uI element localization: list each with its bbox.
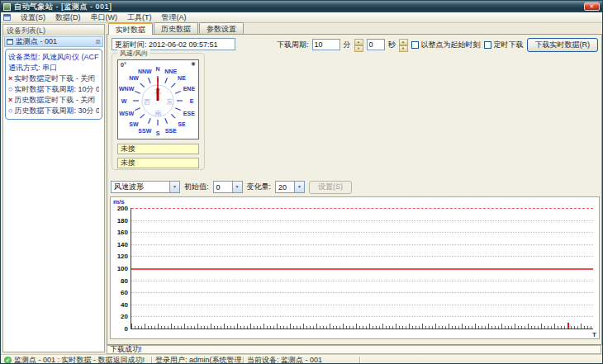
seconds-spinner[interactable]: ▲ ▼ xyxy=(399,39,408,50)
wind-direction-value-field: 未接 xyxy=(117,158,199,168)
y-axis-tick-label: 180 xyxy=(111,217,128,225)
compass-dial: 北南西东 xyxy=(118,60,198,139)
compass-direction-label: SW xyxy=(129,121,138,126)
tab-bar: 实时数据 历史数据 参数设置 xyxy=(107,22,602,34)
tree-node-station-001[interactable]: 监测点 - 001 ≣ xyxy=(4,36,103,47)
device-info-line: ×实时数据定时下载 - 关闭 xyxy=(8,73,99,84)
chevron-down-icon[interactable]: ▼ xyxy=(294,182,304,192)
close-icon[interactable]: ✕ xyxy=(584,2,600,11)
y-axis-tick-label: 0 xyxy=(111,325,128,333)
main-content: 实时数据 历史数据 参数设置 更新时间: 2012-06-02 09:57:51… xyxy=(107,22,602,345)
minutes-spinner[interactable]: ▲ ▼ xyxy=(354,39,363,50)
checkbox-icon[interactable] xyxy=(411,41,419,49)
compass-direction-label: NE xyxy=(178,75,186,81)
device-info-line: 通讯方式: 串口 xyxy=(8,63,99,73)
device-list-header: 设备列表(L) xyxy=(3,25,104,35)
compass-direction-label: S xyxy=(156,130,160,136)
download-result-strip: 下载成功! xyxy=(107,345,601,354)
chevron-down-icon[interactable]: ▼ xyxy=(169,182,179,192)
gridline xyxy=(131,305,593,305)
gridline xyxy=(131,256,593,257)
period-minutes-input[interactable] xyxy=(312,39,340,50)
menu-data[interactable]: 数据(D) xyxy=(50,12,86,23)
spin-down-icon[interactable]: ▼ xyxy=(399,45,408,52)
device-info-box: 设备类型: 风速风向仪 (ACFX-4)通讯方式: 串口×实时数据定时下载 - … xyxy=(5,49,102,120)
waveform-select[interactable]: 风速波形 ▼ xyxy=(111,181,180,193)
app-window: 自动气象站 - [监测点 - 001] ✕ 设置(S) 数据(D) 串口(W) … xyxy=(0,0,603,364)
y-axis-tick-label: 200 xyxy=(111,205,128,212)
tab-realtime-data[interactable]: 实时数据 xyxy=(108,22,153,35)
compass-direction-label: W xyxy=(121,98,127,104)
spin-up-icon[interactable]: ▲ xyxy=(399,39,408,45)
y-axis-tick-label: 20 xyxy=(111,313,128,320)
svg-text:东: 东 xyxy=(166,98,173,106)
menu-tools[interactable]: 工具(T) xyxy=(122,12,157,23)
y-axis-tick-label: 40 xyxy=(111,301,128,309)
station-icon xyxy=(7,39,13,45)
compass-direction-label: NNW xyxy=(138,68,152,73)
device-info-line: ○实时数据下载周期: 10分 0秒 xyxy=(8,84,99,95)
realtime-data-page: 更新时间: 2012-06-02 09:57:51 下载周期: 分 ▲ ▼ 秒 … xyxy=(107,34,602,345)
menu-settings[interactable]: 设置(S) xyxy=(16,12,50,23)
tree-node-label: 监测点 - 001 xyxy=(16,36,57,47)
compass-direction-label: SSE xyxy=(165,128,177,134)
compass-direction-label: NNE xyxy=(164,68,177,73)
wind-group: 风速/风向 0° ✳ 北南西东 NNNENEENEEESESESSESSSWSW… xyxy=(112,53,205,170)
mdi-child-icon[interactable] xyxy=(3,14,11,21)
tab-parameter-settings[interactable]: 参数设置 xyxy=(199,22,244,34)
download-controls: 下载周期: 分 ▲ ▼ 秒 ▲ ▼ 以整点为起始时刻 xyxy=(277,37,598,52)
compass-face: 0° ✳ 北南西东 NNNENEENEEESESESSESSSWSWWSWWWN… xyxy=(117,59,199,139)
gridline xyxy=(131,244,593,245)
compass-direction-label: SE xyxy=(178,121,185,126)
spin-down-icon[interactable]: ▼ xyxy=(354,45,363,52)
period-seconds-input[interactable] xyxy=(367,39,385,50)
menu-manage[interactable]: 管理(A) xyxy=(157,12,192,23)
device-info-line: ×历史数据定时下载 - 关闭 xyxy=(8,95,99,106)
device-list-panel: 设备列表(L) 监测点 - 001 ≣ 设备类型: 风速风向仪 (ACFX-4)… xyxy=(2,24,105,352)
checkbox-timed-label: 定时下载 xyxy=(494,40,524,50)
initial-value-select[interactable]: 0 ▼ xyxy=(213,181,243,193)
download-realtime-button[interactable]: 下载实时数据(R) xyxy=(527,38,599,52)
compass-direction-label: WNW xyxy=(119,86,134,92)
delta-value-label: 变化量: xyxy=(247,182,272,192)
disabled-marker-icon: × xyxy=(8,74,12,83)
svg-text:西: 西 xyxy=(144,98,150,106)
window-title: 自动气象站 - [监测点 - 001] xyxy=(14,2,112,12)
chevron-down-icon[interactable]: ▼ xyxy=(232,182,242,192)
gridline xyxy=(131,232,593,233)
initial-value-label: 初始值: xyxy=(184,182,209,192)
menu-serial-port[interactable]: 串口(W) xyxy=(86,12,123,23)
tab-history-data[interactable]: 历史数据 xyxy=(154,22,198,34)
set-button[interactable]: 设置(S) xyxy=(309,181,352,194)
y-axis-tick-label: 80 xyxy=(111,277,128,285)
y-axis-tick-label: 60 xyxy=(111,289,128,296)
svg-text:南: 南 xyxy=(154,110,162,117)
wind-speed-value-field: 未接 xyxy=(117,144,199,154)
waveform-controls: 风速波形 ▼ 初始值: 0 ▼ 变化量: 20 ▼ 设置(S) xyxy=(111,180,352,194)
gridline xyxy=(131,281,593,281)
checkbox-align-to-hour[interactable]: 以整点为起始时刻 xyxy=(411,40,481,50)
compass-direction-label: ESE xyxy=(183,110,195,116)
checkbox-icon[interactable] xyxy=(484,41,491,49)
time-cursor-tick xyxy=(567,323,569,329)
y-axis-tick-label: 100 xyxy=(111,265,128,272)
time-axis-major-ticks xyxy=(131,324,593,329)
y-axis-tick-label: 140 xyxy=(111,241,128,248)
status-message-cell: ✓ 监测点 - 001 : 实时数据 - 数据返回成功! xyxy=(1,355,151,364)
node-options-icon[interactable]: ≣ xyxy=(95,38,101,45)
app-icon xyxy=(3,3,11,11)
status-message: 监测点 - 001 : 实时数据 - 数据返回成功! xyxy=(14,355,145,364)
y-axis-tick-label: 160 xyxy=(111,229,128,236)
enabled-marker-icon: ○ xyxy=(8,85,12,93)
time-axis-end-label: T xyxy=(592,331,596,338)
delta-value-select[interactable]: 20 ▼ xyxy=(275,181,305,193)
status-empty-cell xyxy=(360,355,602,364)
compass-direction-label: E xyxy=(190,98,194,104)
disabled-marker-icon: × xyxy=(8,96,12,104)
gridline xyxy=(131,292,593,293)
spin-up-icon[interactable]: ▲ xyxy=(354,39,363,45)
checkbox-timed-download[interactable]: 定时下载 xyxy=(484,40,524,50)
title-bar: 自动气象站 - [监测点 - 001] ✕ xyxy=(1,1,602,12)
download-period-label: 下载周期: xyxy=(277,40,309,50)
gridline xyxy=(131,220,593,221)
